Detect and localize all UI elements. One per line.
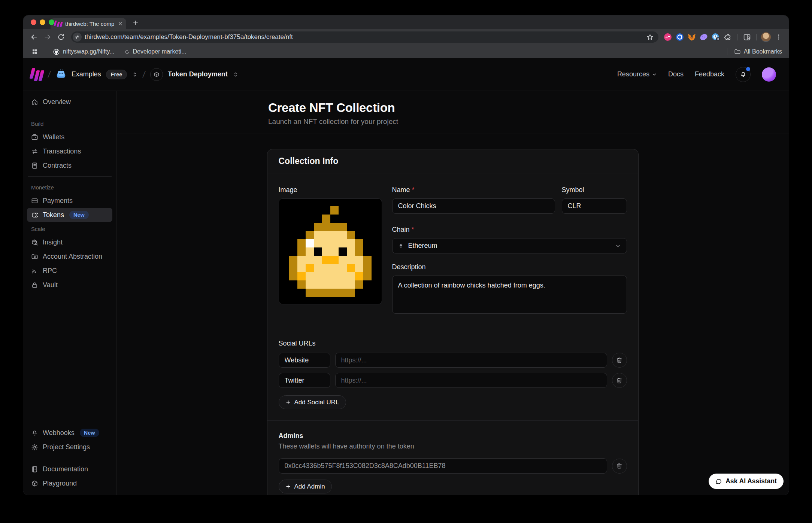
notifications-button[interactable] <box>736 67 751 82</box>
toolbar-separator <box>737 34 737 40</box>
admin-wallet-input[interactable] <box>279 458 607 474</box>
description-label: Description <box>392 263 627 271</box>
delete-admin-button[interactable] <box>612 459 627 474</box>
sidebar-item-webhooks[interactable]: Webhooks New <box>27 426 112 440</box>
site-settings-icon[interactable] <box>73 33 82 42</box>
social-platform-input[interactable] <box>279 353 330 368</box>
tab-close-icon[interactable] <box>117 21 123 27</box>
tokens-icon <box>31 212 38 219</box>
add-social-url-button[interactable]: Add Social URL <box>279 395 346 409</box>
bookmarks-separator <box>46 48 46 55</box>
bookmark-niftyswap[interactable]: niftyswap.gg/Nifty... <box>53 48 115 55</box>
refresh-button[interactable] <box>55 31 67 43</box>
collection-image-upload[interactable] <box>279 198 382 304</box>
sidebar-item-rpc[interactable]: RPC <box>27 264 112 278</box>
tab-title: thirdweb: The complete web3 <box>65 21 114 27</box>
collection-info-card: Collection Info Image <box>267 149 639 495</box>
all-bookmarks-button[interactable]: All Bookmarks <box>734 48 782 55</box>
name-input[interactable] <box>392 198 555 214</box>
social-url-input[interactable] <box>335 353 607 368</box>
ethereum-icon <box>398 243 404 249</box>
extensions-puzzle-icon[interactable] <box>723 32 733 42</box>
chevron-down-icon <box>652 72 657 77</box>
apps-grid-icon[interactable] <box>30 47 40 57</box>
sidebar-item-payments[interactable]: Payments <box>27 194 112 208</box>
add-admin-button[interactable]: Add Admin <box>279 480 332 493</box>
address-bar[interactable]: thirdweb.com/team/examples/Token-Deploym… <box>71 31 658 43</box>
social-url-input[interactable] <box>335 373 607 388</box>
sidebar-divider <box>28 176 112 177</box>
feedback-link[interactable]: Feedback <box>695 70 724 78</box>
bell-icon <box>740 71 747 78</box>
side-panel-search-icon[interactable] <box>742 32 752 42</box>
home-icon <box>31 98 38 106</box>
admin-wallet-row <box>279 458 627 474</box>
extension-blue-icon[interactable] <box>675 32 685 42</box>
symbol-input[interactable] <box>562 198 627 214</box>
browser-tab[interactable]: thirdweb: The complete web3 <box>51 18 126 29</box>
browser-menu-icon[interactable] <box>773 31 784 43</box>
trash-icon <box>616 377 622 384</box>
extension-purple-icon[interactable] <box>699 32 709 42</box>
insight-icon <box>31 239 38 246</box>
minimize-window-button[interactable] <box>40 19 45 25</box>
chat-bubble-icon <box>715 478 722 485</box>
browser-profile-avatar[interactable] <box>761 32 771 42</box>
github-icon <box>53 48 60 55</box>
macos-traffic-lights <box>31 19 54 25</box>
bookmarks-separator <box>727 48 727 55</box>
zoom-window-button[interactable] <box>49 19 54 25</box>
ask-ai-assistant-button[interactable]: Ask AI Assistant <box>709 474 784 489</box>
sidebar-divider <box>28 113 112 113</box>
sidebar-item-tokens[interactable]: Tokens New <box>27 208 112 222</box>
sidebar-item-documentation[interactable]: Documentation <box>27 462 112 476</box>
sidebar-item-playground[interactable]: Playground <box>27 476 112 490</box>
team-switcher-icon[interactable] <box>132 72 138 77</box>
bookmark-label: Developer marketi... <box>133 48 187 55</box>
thirdweb-logo-icon[interactable] <box>31 68 43 81</box>
page-content: Collection Info Image <box>116 134 789 495</box>
back-button[interactable] <box>28 31 40 43</box>
bookmark-developer-marketing[interactable]: Developer marketi... <box>124 48 187 55</box>
sidebar-item-project-settings[interactable]: Project Settings <box>27 440 112 454</box>
tab-strip: thirdweb: The complete web3 <box>23 15 789 29</box>
docs-link[interactable]: Docs <box>668 70 684 78</box>
delete-social-url-button[interactable] <box>612 373 627 388</box>
new-badge: New <box>69 211 89 219</box>
account-avatar[interactable] <box>762 67 776 82</box>
admins-section: Admins These wallets will have authority… <box>267 421 638 495</box>
sidebar-item-transactions[interactable]: Transactions <box>27 144 112 158</box>
description-textarea[interactable]: A collection of rainbow chicks hatched f… <box>392 276 627 314</box>
rpc-icon <box>31 267 38 274</box>
delete-social-url-button[interactable] <box>612 353 627 368</box>
resources-menu[interactable]: Resources <box>617 70 657 78</box>
new-tab-button[interactable] <box>131 19 140 27</box>
sidebar-item-overview[interactable]: Overview <box>27 95 112 109</box>
url-text[interactable]: thirdweb.com/team/examples/Token-Deploym… <box>85 33 642 41</box>
extension-clock-icon[interactable] <box>711 32 721 42</box>
plus-icon <box>285 399 291 405</box>
chain-select[interactable]: Ethereum <box>392 238 627 253</box>
extension-pink-icon[interactable] <box>663 32 673 42</box>
sidebar-item-wallets[interactable]: Wallets <box>27 130 112 144</box>
webhooks-icon <box>31 429 38 437</box>
vault-icon <box>31 282 38 289</box>
team-name[interactable]: Examples <box>72 70 101 78</box>
toolbar-separator <box>756 34 757 40</box>
social-platform-input[interactable] <box>279 373 330 388</box>
main-area: Create NFT Collection Launch an NFT coll… <box>116 91 789 495</box>
sidebar-item-contracts[interactable]: Contracts <box>27 158 112 173</box>
trash-icon <box>616 463 622 469</box>
metamask-icon[interactable] <box>687 32 697 42</box>
close-window-button[interactable] <box>31 19 36 25</box>
project-name[interactable]: Token Deployment <box>168 70 228 78</box>
sidebar-item-vault[interactable]: Vault <box>27 278 112 292</box>
bookmark-star-icon[interactable] <box>645 32 655 42</box>
sidebar-item-account-abstraction[interactable]: Account Abstraction <box>27 249 112 264</box>
forward-button[interactable] <box>42 31 53 43</box>
app-header: / Examples Free / Token Deployment Reso <box>23 58 789 91</box>
project-icon <box>150 68 163 81</box>
sidebar-item-insight[interactable]: Insight <box>27 235 112 249</box>
project-switcher-icon[interactable] <box>233 72 239 77</box>
bookmark-label: niftyswap.gg/Nifty... <box>63 48 115 55</box>
